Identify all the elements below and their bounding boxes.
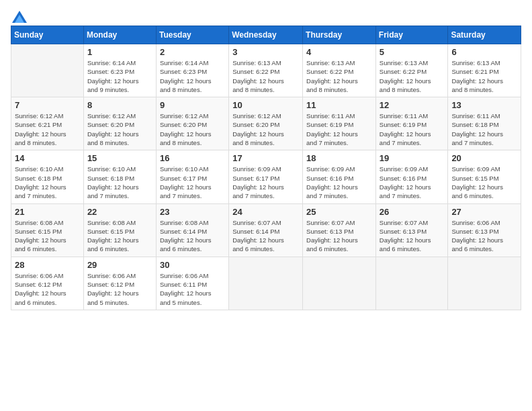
day-number: 9 — [160, 100, 225, 110]
calendar-cell: 15Sunrise: 6:10 AM Sunset: 6:18 PM Dayli… — [83, 150, 156, 203]
day-info: Sunrise: 6:08 AM Sunset: 6:15 PM Dayligh… — [87, 218, 152, 254]
calendar-cell: 30Sunrise: 6:06 AM Sunset: 6:11 PM Dayli… — [156, 257, 228, 310]
day-number: 13 — [451, 100, 517, 110]
day-info: Sunrise: 6:06 AM Sunset: 6:12 PM Dayligh… — [87, 271, 152, 307]
weekday-header-sunday: Sunday — [11, 26, 84, 44]
day-number: 6 — [451, 47, 517, 57]
day-number: 5 — [380, 47, 445, 57]
day-info: Sunrise: 6:13 AM Sunset: 6:22 PM Dayligh… — [232, 58, 299, 94]
calendar-cell: 4Sunrise: 6:13 AM Sunset: 6:22 PM Daylig… — [303, 44, 376, 97]
day-number: 8 — [87, 100, 152, 110]
day-number: 25 — [306, 207, 372, 217]
day-info: Sunrise: 6:10 AM Sunset: 6:18 PM Dayligh… — [87, 165, 152, 200]
weekday-header-wednesday: Wednesday — [229, 26, 303, 44]
calendar-cell: 9Sunrise: 6:12 AM Sunset: 6:20 PM Daylig… — [156, 97, 228, 150]
calendar-cell: 11Sunrise: 6:11 AM Sunset: 6:19 PM Dayli… — [303, 97, 376, 150]
day-number: 16 — [160, 153, 225, 163]
day-number: 27 — [451, 207, 517, 217]
day-info: Sunrise: 6:14 AM Sunset: 6:23 PM Dayligh… — [87, 58, 152, 94]
calendar-cell — [229, 257, 303, 310]
day-number: 1 — [87, 47, 152, 57]
day-number: 7 — [15, 100, 80, 110]
day-info: Sunrise: 6:12 AM Sunset: 6:21 PM Dayligh… — [15, 111, 80, 147]
day-number: 22 — [87, 207, 152, 217]
calendar-cell: 26Sunrise: 6:07 AM Sunset: 6:13 PM Dayli… — [375, 203, 448, 257]
day-info: Sunrise: 6:13 AM Sunset: 6:21 PM Dayligh… — [451, 58, 517, 94]
day-number: 29 — [87, 260, 152, 270]
day-info: Sunrise: 6:09 AM Sunset: 6:16 PM Dayligh… — [306, 165, 372, 200]
calendar-cell: 7Sunrise: 6:12 AM Sunset: 6:21 PM Daylig… — [11, 97, 84, 150]
logo-icon — [12, 11, 27, 23]
day-info: Sunrise: 6:12 AM Sunset: 6:20 PM Dayligh… — [87, 111, 152, 147]
calendar-cell — [448, 257, 521, 310]
day-number: 10 — [232, 100, 299, 110]
calendar-cell: 27Sunrise: 6:06 AM Sunset: 6:13 PM Dayli… — [448, 203, 521, 257]
day-number: 21 — [15, 207, 80, 217]
weekday-header-thursday: Thursday — [303, 26, 376, 44]
day-info: Sunrise: 6:09 AM Sunset: 6:15 PM Dayligh… — [451, 165, 517, 200]
day-number: 15 — [87, 153, 152, 163]
calendar-table: SundayMondayTuesdayWednesdayThursdayFrid… — [11, 26, 521, 310]
calendar-week-row: 28Sunrise: 6:06 AM Sunset: 6:12 PM Dayli… — [11, 257, 521, 310]
day-info: Sunrise: 6:08 AM Sunset: 6:15 PM Dayligh… — [15, 218, 80, 254]
day-number: 17 — [232, 153, 299, 163]
calendar-cell: 24Sunrise: 6:07 AM Sunset: 6:14 PM Dayli… — [229, 203, 303, 257]
calendar-cell — [303, 257, 376, 310]
day-number: 3 — [232, 47, 299, 57]
calendar-cell: 22Sunrise: 6:08 AM Sunset: 6:15 PM Dayli… — [83, 203, 156, 257]
weekday-header-tuesday: Tuesday — [156, 26, 228, 44]
day-info: Sunrise: 6:06 AM Sunset: 6:11 PM Dayligh… — [160, 271, 225, 307]
calendar-cell: 5Sunrise: 6:13 AM Sunset: 6:22 PM Daylig… — [375, 44, 448, 97]
day-info: Sunrise: 6:09 AM Sunset: 6:17 PM Dayligh… — [232, 165, 299, 200]
calendar-cell: 6Sunrise: 6:13 AM Sunset: 6:21 PM Daylig… — [448, 44, 521, 97]
calendar-cell: 8Sunrise: 6:12 AM Sunset: 6:20 PM Daylig… — [83, 97, 156, 150]
day-info: Sunrise: 6:07 AM Sunset: 6:13 PM Dayligh… — [380, 218, 445, 254]
day-info: Sunrise: 6:07 AM Sunset: 6:14 PM Dayligh… — [232, 218, 299, 254]
day-number: 18 — [306, 153, 372, 163]
calendar-week-row: 7Sunrise: 6:12 AM Sunset: 6:21 PM Daylig… — [11, 97, 521, 150]
day-number: 2 — [160, 47, 225, 57]
calendar-cell: 16Sunrise: 6:10 AM Sunset: 6:17 PM Dayli… — [156, 150, 228, 203]
calendar-header-row: SundayMondayTuesdayWednesdayThursdayFrid… — [11, 26, 521, 44]
day-info: Sunrise: 6:06 AM Sunset: 6:12 PM Dayligh… — [15, 271, 80, 307]
day-info: Sunrise: 6:12 AM Sunset: 6:20 PM Dayligh… — [232, 111, 299, 147]
day-number: 20 — [451, 153, 517, 163]
logo — [11, 11, 27, 19]
day-info: Sunrise: 6:10 AM Sunset: 6:17 PM Dayligh… — [160, 165, 225, 200]
weekday-header-saturday: Saturday — [448, 26, 521, 44]
calendar-cell: 12Sunrise: 6:11 AM Sunset: 6:19 PM Dayli… — [375, 97, 448, 150]
day-info: Sunrise: 6:11 AM Sunset: 6:19 PM Dayligh… — [380, 111, 445, 147]
calendar-cell: 20Sunrise: 6:09 AM Sunset: 6:15 PM Dayli… — [448, 150, 521, 203]
day-number: 14 — [15, 153, 80, 163]
day-number: 24 — [232, 207, 299, 217]
day-info: Sunrise: 6:08 AM Sunset: 6:14 PM Dayligh… — [160, 218, 225, 254]
day-info: Sunrise: 6:11 AM Sunset: 6:19 PM Dayligh… — [306, 111, 372, 147]
calendar-cell: 23Sunrise: 6:08 AM Sunset: 6:14 PM Dayli… — [156, 203, 228, 257]
day-number: 28 — [15, 260, 80, 270]
calendar-cell: 21Sunrise: 6:08 AM Sunset: 6:15 PM Dayli… — [11, 203, 84, 257]
day-info: Sunrise: 6:11 AM Sunset: 6:18 PM Dayligh… — [451, 111, 517, 147]
calendar-cell: 1Sunrise: 6:14 AM Sunset: 6:23 PM Daylig… — [83, 44, 156, 97]
calendar-week-row: 14Sunrise: 6:10 AM Sunset: 6:18 PM Dayli… — [11, 150, 521, 203]
day-info: Sunrise: 6:06 AM Sunset: 6:13 PM Dayligh… — [451, 218, 517, 254]
day-number: 30 — [160, 260, 225, 270]
day-number: 11 — [306, 100, 372, 110]
day-number: 26 — [380, 207, 445, 217]
calendar-cell: 13Sunrise: 6:11 AM Sunset: 6:18 PM Dayli… — [448, 97, 521, 150]
calendar-cell — [11, 44, 84, 97]
calendar-week-row: 21Sunrise: 6:08 AM Sunset: 6:15 PM Dayli… — [11, 203, 521, 257]
calendar-cell: 14Sunrise: 6:10 AM Sunset: 6:18 PM Dayli… — [11, 150, 84, 203]
day-number: 23 — [160, 207, 225, 217]
calendar-cell: 28Sunrise: 6:06 AM Sunset: 6:12 PM Dayli… — [11, 257, 84, 310]
weekday-header-friday: Friday — [375, 26, 448, 44]
day-info: Sunrise: 6:13 AM Sunset: 6:22 PM Dayligh… — [306, 58, 372, 94]
day-number: 19 — [380, 153, 445, 163]
calendar-cell — [375, 257, 448, 310]
day-info: Sunrise: 6:14 AM Sunset: 6:23 PM Dayligh… — [160, 58, 225, 94]
day-info: Sunrise: 6:13 AM Sunset: 6:22 PM Dayligh… — [380, 58, 445, 94]
calendar-cell: 19Sunrise: 6:09 AM Sunset: 6:16 PM Dayli… — [375, 150, 448, 203]
day-info: Sunrise: 6:12 AM Sunset: 6:20 PM Dayligh… — [160, 111, 225, 147]
day-info: Sunrise: 6:07 AM Sunset: 6:13 PM Dayligh… — [306, 218, 372, 254]
calendar-cell: 10Sunrise: 6:12 AM Sunset: 6:20 PM Dayli… — [229, 97, 303, 150]
calendar-body: 1Sunrise: 6:14 AM Sunset: 6:23 PM Daylig… — [11, 44, 521, 310]
